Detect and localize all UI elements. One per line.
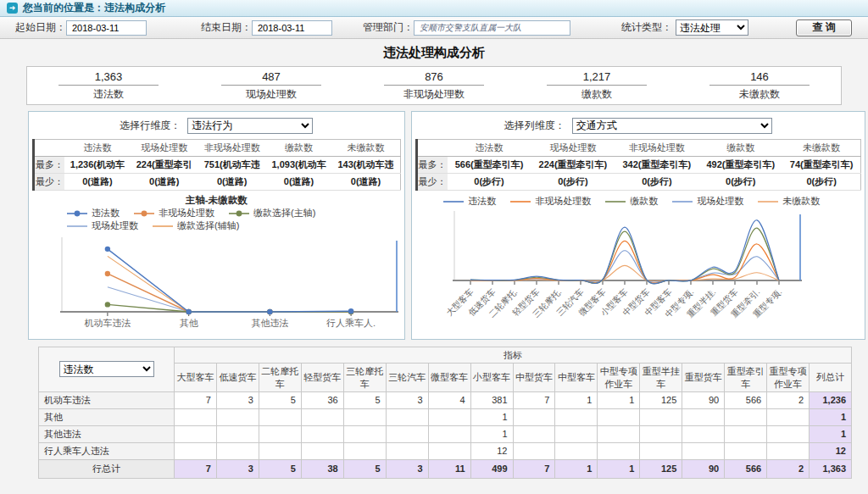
x-axis-label: 其他 — [180, 318, 198, 328]
stats-col-header: 未缴款数 — [782, 140, 860, 157]
end-date-input[interactable] — [252, 20, 332, 36]
cell — [386, 442, 428, 459]
total-cell: 5 — [259, 459, 301, 478]
data-point — [186, 309, 191, 314]
total-cell: 566 — [725, 459, 767, 478]
column-dimension-select[interactable]: 交通方式 — [572, 118, 772, 134]
total-cell: 499 — [470, 459, 513, 478]
cell — [555, 408, 598, 425]
total-cell: 3 — [216, 459, 259, 478]
cell: 2 — [767, 391, 810, 408]
start-date-input[interactable] — [66, 20, 147, 36]
cell: 381 — [470, 391, 513, 408]
stat-value: 876 — [384, 70, 484, 86]
stats-cell: 0(道路) — [266, 174, 332, 191]
stats-col-header: 现场处理数 — [131, 140, 198, 157]
legend-label: 非现场处理数 — [535, 195, 591, 208]
cell — [767, 442, 810, 459]
crosstab-table: 违法数指标大型客车低速货车二轮摩托车轻型货车三轮摩托车三轮汽车微型客车小型客车中… — [38, 347, 852, 479]
cell — [175, 408, 217, 425]
group-header: 指标 — [175, 347, 852, 364]
cell — [640, 425, 682, 442]
cell — [555, 425, 598, 442]
stats-cell: 224(重型牵引车) — [531, 157, 615, 174]
table-row: 其他违法11 — [39, 425, 852, 442]
col-dim-stats-table: 违法数现场处理数非现场处理数缴款数未缴款数最多：566(重型牵引车)224(重型… — [415, 139, 861, 191]
cell: 5 — [343, 391, 386, 408]
vehicle-col-header: 小型客车 — [470, 364, 513, 392]
row-total-cell: 1 — [810, 425, 852, 442]
vehicle-col-header: 中型货车 — [513, 364, 555, 392]
cell — [343, 408, 386, 425]
stats-cell: 74(重型牵引车) — [782, 157, 860, 174]
row-dimension-select[interactable]: 违法行为 — [187, 118, 313, 134]
data-point — [105, 302, 110, 307]
cell — [259, 408, 301, 425]
legend-marker-icon — [133, 209, 155, 218]
x-axis-label: 其他违法 — [251, 318, 288, 328]
cell: 90 — [682, 391, 725, 408]
cell — [725, 442, 767, 459]
legend-item: 非现场处理数 — [509, 195, 591, 208]
legend-label: 缴款选择(辅轴) — [177, 219, 239, 232]
legend-item: 现场处理数 — [671, 195, 743, 208]
stat-label: 非现场处理数 — [353, 87, 515, 102]
cell: 1 — [555, 391, 598, 408]
stats-col-header: 违法数 — [448, 140, 531, 157]
total-cell: 7 — [175, 459, 217, 478]
cell: 4 — [428, 391, 470, 408]
cell — [301, 425, 343, 442]
col-dim-label: 选择列维度： — [504, 119, 565, 133]
cell — [175, 425, 217, 442]
total-cell: 7 — [513, 459, 555, 478]
stat-value: 487 — [221, 70, 321, 86]
cell: 566 — [725, 391, 767, 408]
cell: 12 — [470, 442, 513, 459]
stats-cell: 1,236(机动车 — [64, 157, 131, 174]
stats-col-header: 缴款数 — [698, 140, 782, 157]
stats-cell: 0(道路) — [198, 174, 266, 191]
vehicle-col-header: 轻型货车 — [301, 364, 343, 392]
start-date-label: 起始日期： — [15, 20, 66, 35]
cell — [513, 425, 555, 442]
summary-stats: 1,363违法数487现场处理数876非现场处理数1,217缴款数146未缴款数 — [26, 66, 842, 105]
cell — [640, 442, 682, 459]
query-button[interactable]: 查 询 — [796, 19, 852, 36]
breadcrumb: ➜ 您当前的位置是： 违法构成分析 — [0, 0, 868, 17]
legend-label: 违法数 — [468, 195, 496, 208]
stat-label: 违法数 — [27, 87, 190, 102]
legend-label: 现场处理数 — [92, 219, 138, 232]
stats-col-header: 非现场处理数 — [615, 140, 698, 157]
total-cell: 90 — [682, 459, 725, 478]
cell — [598, 425, 640, 442]
data-point — [348, 308, 353, 314]
metric-select[interactable]: 违法数 — [59, 361, 154, 377]
cell — [216, 408, 259, 425]
vehicle-col-header: 重型专项作业车 — [767, 364, 810, 392]
stats-cell: 1,093(机动车 — [266, 157, 332, 174]
cell: 36 — [301, 391, 343, 408]
cell: 7 — [513, 391, 555, 408]
stat-value: 1,363 — [58, 70, 159, 86]
cell — [513, 408, 555, 425]
right-chart-legend: 违法数非现场处理数缴款数现场处理数未缴款数 — [412, 195, 865, 208]
cell — [259, 442, 301, 459]
legend-marker-icon — [757, 197, 779, 206]
stats-row-label: 最少： — [416, 174, 448, 191]
total-cell: 5 — [343, 459, 386, 478]
cell: 1 — [470, 408, 513, 425]
cell — [175, 442, 217, 459]
legend-label: 违法数 — [92, 207, 120, 219]
stat-value: 146 — [709, 70, 810, 86]
stats-cell: 0(道路) — [331, 174, 400, 191]
summary-stat: 487现场处理数 — [190, 70, 353, 102]
department-input[interactable] — [414, 20, 570, 36]
stat-label: 缴款数 — [515, 87, 678, 102]
legend-marker-icon — [604, 197, 626, 206]
cell: 3 — [386, 391, 428, 408]
crosstab-section: 违法数指标大型客车低速货车二轮摩托车轻型货车三轮摩托车三轮汽车微型客车小型客车中… — [38, 347, 852, 479]
stat-type-select[interactable]: 违法处理 — [676, 19, 748, 36]
legend-marker-icon — [228, 209, 250, 218]
row-total-cell: 1,236 — [810, 391, 852, 408]
cell — [725, 425, 767, 442]
